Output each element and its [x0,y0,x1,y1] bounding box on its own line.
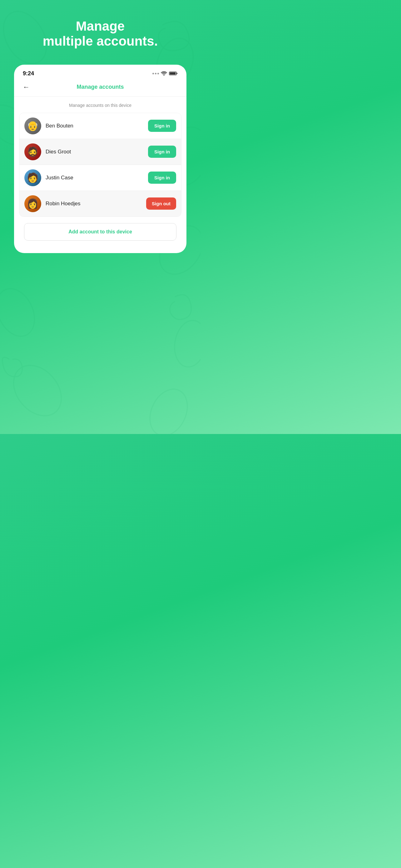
avatar [24,195,41,212]
section-label: Manage accounts on this device [19,103,181,108]
svg-point-10 [164,75,165,75]
nav-bar: ← Manage accounts [14,80,187,97]
phone-card: 9:24 [14,65,187,253]
account-row: Justin CaseSign in [20,165,181,191]
back-button[interactable]: ← [20,82,32,92]
account-name: Dies Groot [45,149,144,155]
status-bar: 9:24 [14,65,187,80]
svg-point-7 [171,318,201,369]
sign-in-button[interactable]: Sign in [148,172,176,184]
svg-rect-12 [176,73,177,74]
account-list: Ben BoutenSign inDies GrootSign inJustin… [19,113,181,217]
account-row: Ben BoutenSign in [20,113,181,139]
sign-in-button[interactable]: Sign in [148,146,176,158]
avatar [24,144,41,160]
svg-point-6 [0,282,42,342]
page-header-title: Manage multiple accounts. [43,19,158,49]
nav-title: Manage accounts [76,84,124,90]
content-area: Manage accounts on this device Ben Boute… [14,97,187,241]
avatar [24,169,41,186]
account-name: Justin Case [45,175,144,181]
status-icons [153,71,178,75]
svg-point-9 [143,383,195,434]
svg-point-8 [4,356,71,425]
add-account-button[interactable]: Add account to this device [24,223,176,241]
signal-dots-icon [153,73,159,74]
account-row: Dies GrootSign in [20,139,181,165]
account-name: Robin Hoedjes [45,200,142,207]
wifi-icon [161,71,167,75]
account-row: Robin HoedjesSign out [20,191,181,217]
sign-out-button[interactable]: Sign out [146,197,176,210]
avatar [24,118,41,134]
battery-icon [169,71,178,75]
sign-in-button[interactable]: Sign in [148,120,176,132]
account-name: Ben Bouten [45,123,144,129]
svg-rect-13 [170,72,176,75]
status-time: 9:24 [23,70,34,77]
